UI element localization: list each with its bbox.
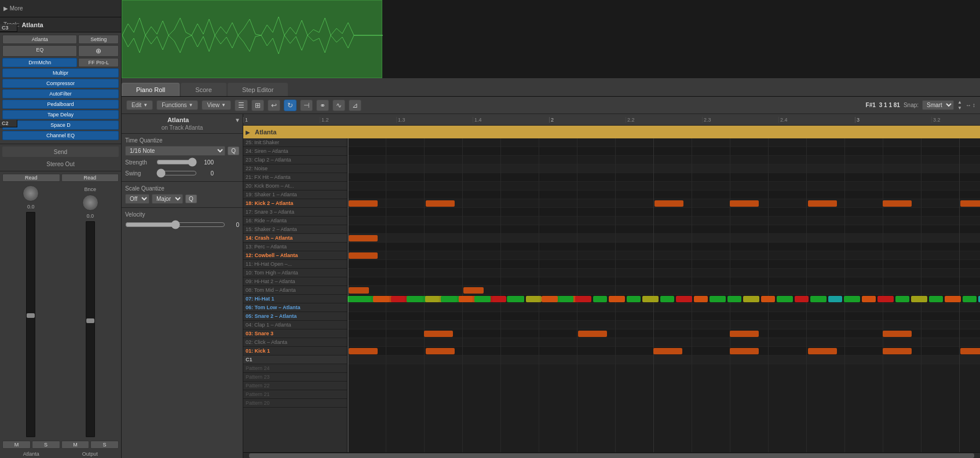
zoom-out[interactable]: ↕ — [972, 102, 975, 108]
row-20 — [348, 182, 980, 190]
read-btn-2[interactable]: Read — [61, 174, 119, 182]
read-btn-1[interactable]: Read — [2, 174, 60, 182]
bnce-label: Bnce — [84, 185, 96, 192]
midi-icon[interactable]: ⊿ — [349, 100, 361, 111]
note-13: 13: Perc – Atlanta — [243, 243, 347, 251]
svg-rect-34 — [929, 296, 943, 302]
main-content: Piano Roll Score Step Editor Edit ▼ Func… — [122, 0, 980, 458]
time-quantize-section: Time Quantize 1/16 Note Q Strength 100 — [122, 134, 243, 182]
mute-btn-1[interactable]: M — [2, 441, 31, 449]
tq-select[interactable]: 1/16 Note — [125, 146, 225, 156]
plugin-link[interactable]: ⊕ — [78, 45, 119, 57]
knob-2[interactable] — [82, 195, 98, 211]
note-21: 21: FX Hit – Atlanta — [243, 173, 347, 182]
sq-off-select[interactable]: Off — [125, 194, 149, 204]
link-icon[interactable]: ⚭ — [316, 100, 329, 111]
arrange-icon[interactable]: ⊞ — [251, 100, 264, 111]
view-menu[interactable]: View ▼ — [202, 100, 231, 110]
svg-rect-20 — [694, 296, 708, 302]
snap-down[interactable]: ▼ — [957, 105, 962, 111]
plugin-list: Atlanta Setting EQ ⊕ DrmMchn FF Pro-L Mu… — [0, 32, 121, 142]
stereo-out-label: Stereo Out — [46, 161, 74, 167]
row-15 — [348, 225, 980, 234]
more-button[interactable]: ▶ More — [3, 5, 23, 12]
hihat-svg — [348, 295, 980, 303]
strength-slider[interactable] — [156, 157, 197, 167]
sq-q-btn[interactable]: Q — [185, 195, 197, 203]
tab-step-editor[interactable]: Step Editor — [228, 83, 288, 96]
solo-btn-1[interactable]: S — [32, 441, 60, 449]
trim-icon[interactable]: ⊣ — [300, 100, 313, 111]
plugin-pedalboard[interactable]: Pedalboard — [2, 100, 119, 109]
channel-name-row: Atlanta Output — [0, 450, 121, 458]
note-07-hihat: 07: Hi-Hat 1 — [243, 295, 347, 303]
list-icon[interactable]: ☰ — [235, 100, 248, 111]
grid-wrap: 1 1.2 1.3 1.4 2 2.2 2.3 2.4 3 3.2 ▶ — [243, 114, 980, 458]
note-03-snare3: 03: Snare 3 — [243, 329, 347, 338]
plugin-tapedelay[interactable]: Tape Delay — [2, 110, 119, 119]
instr-expand-btn[interactable]: ▼ — [235, 117, 240, 123]
svg-rect-35 — [945, 296, 961, 302]
plugin-compressor[interactable]: Compressor — [2, 79, 119, 88]
svg-rect-9 — [508, 296, 524, 302]
svg-rect-29 — [844, 296, 860, 302]
snap-select[interactable]: Smart — [922, 100, 954, 110]
plugin-row-1: Atlanta Setting — [2, 35, 119, 44]
note-snare-2 — [578, 331, 607, 337]
svg-rect-4 — [425, 296, 439, 302]
plugin-ffpro[interactable]: FF Pro-L — [78, 58, 119, 67]
sq-scale-select[interactable]: Major — [152, 194, 183, 204]
note-11: 11: Hi-Hat Open –... — [243, 260, 347, 269]
tq-label: Time Quantize — [125, 137, 239, 144]
note-snare-1 — [424, 331, 453, 337]
note-01-kick: 01: Kick 1 — [243, 347, 347, 356]
fader-track-2[interactable] — [86, 221, 95, 437]
solo-btn-2[interactable]: S — [90, 441, 119, 449]
ruler: 1 1.2 1.3 1.4 2 2.2 2.3 2.4 3 3.2 — [243, 114, 980, 126]
piano-roll-grid[interactable] — [348, 138, 980, 452]
velocity-section: Velocity 0 — [122, 208, 243, 233]
sidebar-sep2 — [0, 171, 121, 171]
note-kick2-4 — [730, 200, 759, 207]
left-sidebar: ▶ More Track: Atlanta Atlanta Setting EQ… — [0, 0, 122, 458]
tab-score[interactable]: Score — [181, 83, 226, 96]
h-scrollbar-thumb[interactable] — [249, 453, 974, 458]
zoom-in[interactable]: ↔ — [966, 102, 971, 108]
h-scrollbar[interactable] — [243, 452, 980, 458]
swing-slider[interactable] — [156, 168, 197, 178]
tq-q-btn[interactable]: Q — [228, 146, 239, 155]
row-11 — [348, 260, 980, 269]
plugin-setting[interactable]: Setting — [78, 35, 119, 44]
fader-track-1[interactable] — [26, 212, 35, 437]
tab-piano-roll[interactable]: Piano Roll — [122, 83, 180, 96]
channel-2: Bnce 0.0 — [62, 185, 119, 437]
knob-1[interactable] — [23, 185, 39, 201]
mute-btn-2[interactable]: M — [61, 441, 90, 449]
note-kick1-3 — [653, 348, 682, 354]
plugin-eq[interactable]: EQ — [2, 45, 77, 57]
plugin-spaced[interactable]: Space D — [2, 120, 119, 130]
piano-roll-area: Piano Roll Score Step Editor Edit ▼ Func… — [122, 78, 980, 458]
plugin-autofilter[interactable]: AutoFilter — [2, 89, 119, 98]
edit-menu[interactable]: Edit ▼ — [126, 100, 153, 110]
vel-slider[interactable] — [125, 220, 225, 229]
plugin-multipr[interactable]: Multipr — [2, 68, 119, 78]
row-19 — [348, 190, 980, 199]
plugin-drmmchn[interactable]: DrmMchn — [2, 58, 77, 67]
vel-icon[interactable]: ∿ — [332, 100, 345, 111]
row-17 — [348, 208, 980, 217]
knob-val-1: 0.0 — [27, 204, 35, 210]
plugin-atlanta[interactable]: Atlanta — [2, 35, 77, 44]
app-container: ▶ More Track: Atlanta Atlanta Setting EQ… — [0, 0, 980, 458]
swing-label: Swing — [125, 170, 154, 177]
loop-icon[interactable]: ↻ — [284, 100, 297, 111]
toolbar: Edit ▼ Functions ▼ View ▼ ☰ ⊞ ↩ ↻ ⊣ ⚭ ∿ … — [122, 97, 980, 114]
note-kick1-2 — [426, 348, 455, 354]
snap-up[interactable]: ▲ — [957, 100, 962, 105]
note-kick2-5 — [808, 200, 837, 207]
back-icon[interactable]: ↩ — [268, 100, 280, 111]
plugin-channeleq[interactable]: Channel EQ — [2, 131, 119, 140]
svg-rect-8 — [492, 296, 506, 302]
ruler-1-3: 1.3 — [396, 117, 405, 123]
functions-menu[interactable]: Functions ▼ — [156, 100, 198, 110]
